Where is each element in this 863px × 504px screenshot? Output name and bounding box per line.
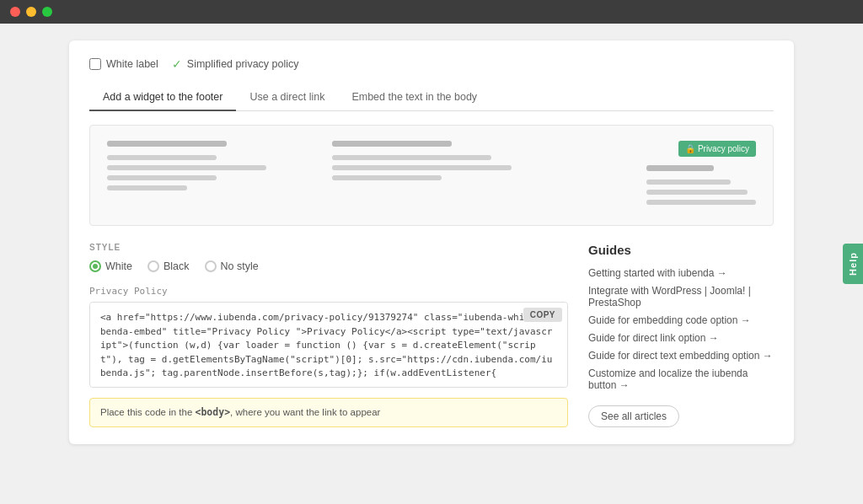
- preview-line: [107, 155, 217, 160]
- maximize-button[interactable]: [42, 7, 52, 17]
- simplified-privacy-text: Simplified privacy policy: [187, 58, 299, 70]
- radio-nostyle-dot: [205, 260, 217, 272]
- content-columns: STYLE White Black No style: [89, 243, 774, 427]
- close-button[interactable]: [10, 7, 20, 17]
- preview-area: 🔒 Privacy policy: [89, 125, 774, 226]
- tab-widget-footer[interactable]: Add a widget to the footer: [89, 84, 236, 111]
- pp-section-label: Privacy Policy: [89, 286, 568, 297]
- guides-title: Guides: [588, 243, 774, 257]
- code-block[interactable]: <a href="https://www.iubenda.com/privacy…: [90, 303, 567, 387]
- tab-embed-body[interactable]: Embed the text in the body: [338, 84, 490, 111]
- preview-col-1: [107, 141, 307, 196]
- style-black-label: Black: [163, 260, 190, 272]
- radio-black-dot: [147, 260, 159, 272]
- warning-box: Place this code in the <body>, where you…: [89, 398, 568, 427]
- check-icon: ✓: [172, 57, 182, 71]
- see-all-button[interactable]: See all articles: [588, 405, 679, 427]
- preview-col-2: [332, 141, 532, 185]
- titlebar: [0, 0, 863, 24]
- preview-line: [646, 190, 748, 195]
- preview-line: [332, 175, 442, 180]
- left-column: STYLE White Black No style: [89, 243, 568, 427]
- preview-line: [107, 175, 217, 180]
- style-section-label: STYLE: [89, 243, 568, 252]
- guide-link-1[interactable]: Integrate with WordPress | Joomla! | Pre…: [588, 285, 774, 308]
- warning-text-after: , where you want the link to appear: [230, 407, 380, 417]
- preview-line: [332, 155, 491, 160]
- help-button[interactable]: Help: [843, 244, 863, 284]
- style-nostyle-label: No style: [221, 260, 259, 272]
- guide-link-4[interactable]: Guide for direct text embedding option →: [588, 350, 774, 362]
- privacy-policy-preview-btn: 🔒 Privacy policy: [678, 141, 756, 157]
- style-no-style[interactable]: No style: [205, 260, 259, 272]
- style-white[interactable]: White: [89, 260, 132, 272]
- radio-white-dot: [89, 260, 101, 272]
- copy-button[interactable]: COPY: [523, 308, 562, 322]
- guides-panel: Guides Getting started with iubenda → In…: [588, 243, 774, 427]
- style-options: White Black No style: [89, 260, 568, 272]
- preview-line: [646, 180, 731, 185]
- guide-link-0[interactable]: Getting started with iubenda →: [588, 267, 774, 279]
- style-white-label: White: [105, 260, 132, 272]
- warning-code: <body>: [196, 406, 231, 418]
- preview-line: [332, 165, 512, 170]
- top-options: White label ✓ Simplified privacy policy: [89, 57, 774, 71]
- guide-link-2[interactable]: Guide for embedding code option →: [588, 314, 774, 326]
- preview-col-3: 🔒 Privacy policy: [556, 141, 756, 210]
- preview-line: [332, 141, 452, 147]
- code-wrapper: COPY <a href="https://www.iubenda.com/pr…: [89, 302, 568, 388]
- settings-card: White label ✓ Simplified privacy policy …: [69, 40, 794, 444]
- style-black[interactable]: Black: [147, 260, 190, 272]
- minimize-button[interactable]: [26, 7, 36, 17]
- warning-text-before: Place this code in the: [100, 407, 196, 417]
- tab-direct-link[interactable]: Use a direct link: [236, 84, 338, 111]
- white-label-checkbox[interactable]: White label: [89, 58, 158, 70]
- preview-line: [107, 141, 227, 147]
- white-label-input[interactable]: [89, 58, 101, 70]
- main-area: Help White label ✓ Simplified privacy po…: [0, 24, 863, 504]
- tab-bar: Add a widget to the footer Use a direct …: [89, 84, 774, 111]
- preview-line: [646, 200, 756, 205]
- guide-link-3[interactable]: Guide for direct link option →: [588, 332, 774, 344]
- white-label-text: White label: [106, 58, 158, 70]
- preview-line: [107, 165, 266, 170]
- preview-line: [107, 185, 187, 190]
- preview-line: [646, 165, 714, 171]
- guide-link-5[interactable]: Customize and localize the iubenda butto…: [588, 367, 774, 391]
- simplified-privacy-checkbox[interactable]: ✓ Simplified privacy policy: [172, 57, 299, 71]
